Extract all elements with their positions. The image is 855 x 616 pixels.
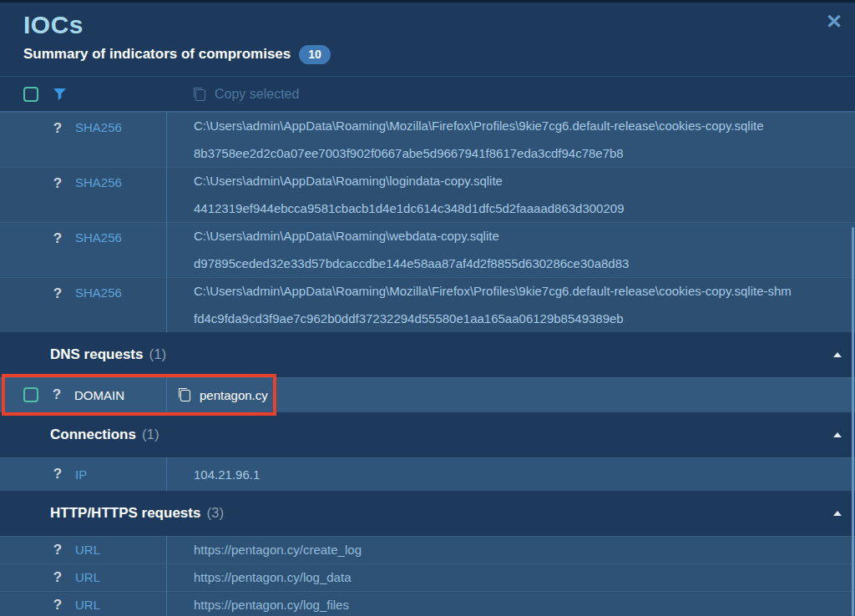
page-title: IOCs [23,11,832,39]
question-icon [53,230,63,247]
question-icon [53,285,63,302]
copy-selected-label: Copy selected [215,87,299,102]
row-value: C:\Users\admin\AppData\Roaming\Mozilla\F… [167,112,855,167]
row-value: C:\Users\admin\AppData\Roaming\Mozilla\F… [167,277,855,332]
row-meta: DOMAIN [0,377,167,412]
table-toolbar: Copy selected [0,77,855,112]
ioc-type-label: SHA256 [75,230,122,245]
ioc-type-label: SHA256 [75,120,122,134]
section-count: (1) [149,346,166,363]
table-row-url[interactable]: URL https://pentagon.cy/log_data [0,563,855,591]
filter-icon[interactable] [53,88,66,100]
section-title: DNS requests [50,346,143,363]
copy-icon [194,88,205,101]
question-icon [53,120,63,137]
row-meta: SHA256 [0,222,167,277]
ioc-type-label: SHA256 [75,175,122,189]
ioc-hash-value: d97895ceded32e33d57bdcaccdbe144e58aa87af… [194,250,855,277]
row-value: https://pentagon.cy/create_log [167,536,855,563]
row-value: https://pentagon.cy/log_data [167,563,855,591]
table-row-ip[interactable]: IP 104.21.96.1 [0,457,855,491]
table-row[interactable]: SHA256 C:\Users\admin\AppData\Roaming\we… [0,222,855,277]
row-meta: SHA256 [0,167,167,222]
question-icon [53,466,63,482]
copy-icon[interactable] [179,388,190,401]
row-value: C:\Users\admin\AppData\Roaming\logindata… [167,167,855,222]
collapse-caret-icon[interactable] [833,511,842,516]
row-value: 104.21.96.1 [167,457,855,491]
ioc-type-label: URL [75,598,100,612]
ioc-url-value: https://pentagon.cy/create_log [194,543,362,557]
collapse-caret-icon[interactable] [833,432,842,437]
question-icon [53,597,63,613]
ioc-type-label: IP [75,467,87,482]
row-meta: SHA256 [0,277,167,332]
ioc-type-label: URL [75,570,100,584]
ioc-type-label: SHA256 [75,285,122,300]
question-icon [52,386,62,403]
section-count: (1) [142,427,159,443]
row-meta: IP [0,457,167,491]
modal-header: IOCs Summary of indicators of compromise… [0,3,855,77]
ioc-url-value: https://pentagon.cy/log_files [194,598,349,612]
table-row-url[interactable]: URL https://pentagon.cy/create_log [0,536,855,563]
table-row-url[interactable]: URL https://pentagon.cy/log_files [0,591,855,616]
section-header-connections[interactable]: Connections (1) [0,412,855,457]
ioc-file-path: C:\Users\admin\AppData\Roaming\webdata-c… [194,222,855,250]
ioc-count-badge: 10 [299,45,331,64]
ioc-file-path: C:\Users\admin\AppData\Roaming\Mozilla\F… [194,277,855,305]
table-row-domain-selected[interactable]: DOMAIN pentagon.cy [0,377,855,412]
ioc-type-label: DOMAIN [74,388,124,402]
ioc-file-path: C:\Users\admin\AppData\Roaming\Mozilla\F… [194,112,855,139]
ioc-url-value: https://pentagon.cy/log_data [194,570,351,584]
row-meta: URL [0,563,167,591]
table-row[interactable]: SHA256 C:\Users\admin\AppData\Roaming\Mo… [0,112,855,167]
section-title: Connections [50,427,136,443]
select-all-checkbox[interactable] [23,87,38,102]
ioc-domain-value: pentagon.cy [200,388,268,402]
question-icon [53,542,63,558]
subtitle-text: Summary of indicators of compromises [23,46,291,63]
table-row[interactable]: SHA256 C:\Users\admin\AppData\Roaming\Mo… [0,277,855,332]
ioc-ip-value: 104.21.96.1 [194,467,260,482]
ioc-file-path: C:\Users\admin\AppData\Roaming\logindata… [194,167,855,194]
row-value: https://pentagon.cy/log_files [167,591,855,616]
close-icon[interactable] [822,9,847,34]
question-icon [53,175,63,192]
section-header-dns-requests[interactable]: DNS requests (1) [0,332,855,377]
ioc-type-label: URL [75,543,100,557]
ioc-hash-value: 4412319ef944ebcca9581cbacb1d4e1dc614c348… [194,194,855,222]
table-row[interactable]: SHA256 C:\Users\admin\AppData\Roaming\lo… [0,167,855,222]
row-value: pentagon.cy [167,377,855,412]
row-checkbox[interactable] [23,387,38,402]
ioc-hash-value: 8b3758ee2d2c0a07ee7003f902f0667abe5d9667… [194,139,855,167]
section-header-http-requests[interactable]: HTTP/HTTPS requests (3) [0,491,855,536]
copy-selected-button[interactable]: Copy selected [194,87,299,102]
vertical-scrollbar[interactable] [852,227,854,616]
section-count: (3) [206,505,224,522]
row-meta: URL [0,536,167,563]
ioc-hash-value: fd4c9fda9cd3f9ae7c962b0ddf37232294d55580… [194,305,855,332]
row-meta: SHA256 [0,112,167,167]
collapse-caret-icon[interactable] [833,352,842,357]
page-subtitle: Summary of indicators of compromises 10 [23,45,832,64]
question-icon [53,569,63,586]
row-value: C:\Users\admin\AppData\Roaming\webdata-c… [167,222,855,277]
section-title: HTTP/HTTPS requests [50,505,200,522]
row-meta: URL [0,591,167,616]
